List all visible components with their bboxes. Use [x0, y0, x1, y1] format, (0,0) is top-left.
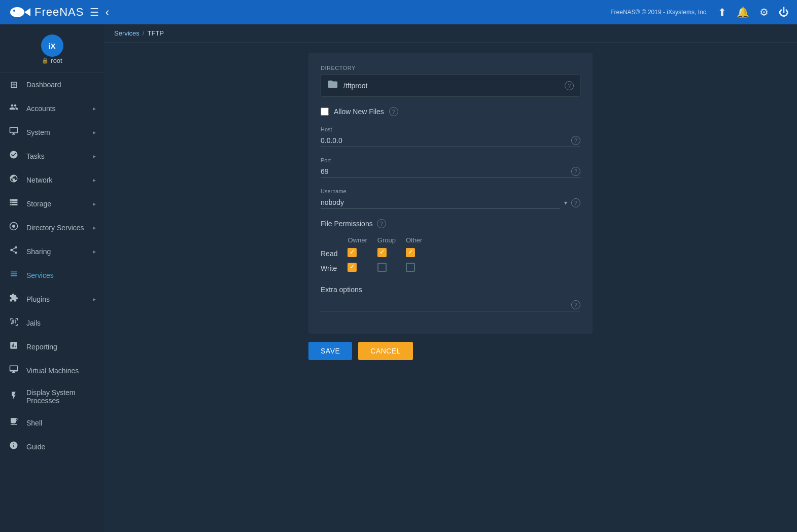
- username-display: 🔒 root: [42, 57, 62, 64]
- sidebar-item-jails[interactable]: Jails: [0, 311, 104, 335]
- sidebar-item-shell[interactable]: Shell: [0, 411, 104, 435]
- extra-options-label[interactable]: Extra options: [321, 286, 580, 294]
- port-label: Port: [321, 157, 580, 163]
- breadcrumb: Services / TFTP: [104, 24, 797, 43]
- write-group-checkbox[interactable]: [377, 263, 387, 272]
- main-content: Services / TFTP Directory ? Allow New Fi…: [104, 24, 797, 532]
- sidebar-item-network[interactable]: Network ▸: [0, 168, 104, 192]
- back-icon[interactable]: ‹: [105, 5, 109, 19]
- power-icon[interactable]: ⏻: [779, 7, 789, 18]
- username-select[interactable]: nobody root www: [321, 196, 560, 209]
- breadcrumb-parent[interactable]: Services: [114, 29, 140, 37]
- sidebar-item-label: Guide: [26, 443, 45, 451]
- sidebar-item-plugins[interactable]: Plugins ▸: [0, 287, 104, 311]
- port-field-group: Port ?: [321, 157, 580, 178]
- table-row: Write: [321, 261, 432, 275]
- chevron-right-icon: ▸: [93, 153, 96, 160]
- virtual-machines-icon: [8, 365, 19, 376]
- sidebar-item-accounts[interactable]: Accounts ▸: [0, 96, 104, 120]
- sidebar-item-guide[interactable]: Guide: [0, 435, 104, 458]
- save-button[interactable]: SAVE: [308, 342, 352, 360]
- host-help-icon[interactable]: ?: [571, 136, 580, 145]
- allow-new-files-help-icon[interactable]: ?: [389, 107, 398, 116]
- system-icon: [8, 126, 19, 138]
- sidebar-item-label: Shell: [26, 419, 42, 427]
- read-other-checkbox[interactable]: [406, 248, 415, 257]
- username-help-icon[interactable]: ?: [571, 198, 580, 207]
- extra-options-help-icon[interactable]: ?: [571, 300, 580, 309]
- write-label: Write: [321, 261, 348, 275]
- extra-input-row: ?: [321, 299, 580, 311]
- read-group-cell: [377, 246, 406, 261]
- sidebar-user: iX 🔒 root: [0, 24, 104, 73]
- app-title: FreeNAS: [34, 6, 84, 19]
- host-field-group: Host ?: [321, 126, 580, 147]
- tasks-icon: [8, 150, 19, 162]
- directory-field-group: Directory ?: [321, 65, 580, 97]
- extra-options-group: Extra options ?: [321, 286, 580, 311]
- sidebar-item-sharing[interactable]: Sharing ▸: [0, 239, 104, 263]
- chevron-right-icon: ▸: [93, 200, 96, 207]
- topbar: FreeNAS ☰ ‹ FreeNAS® © 2019 - iXsystems,…: [0, 0, 797, 24]
- sidebar-item-label: Network: [26, 176, 52, 184]
- sidebar-item-storage[interactable]: Storage ▸: [0, 192, 104, 216]
- read-owner-cell: [348, 246, 377, 261]
- services-icon: [8, 269, 19, 281]
- allow-new-files-checkbox[interactable]: [321, 108, 329, 116]
- sidebar-item-label: Storage: [26, 200, 51, 208]
- directory-input[interactable]: [343, 82, 560, 90]
- sidebar-item-reporting[interactable]: Reporting: [0, 335, 104, 359]
- jails-icon: [8, 317, 19, 329]
- chevron-right-icon: ▸: [93, 129, 96, 136]
- sidebar-item-label: System: [26, 128, 50, 136]
- username-label: Username: [321, 188, 580, 194]
- file-permissions-label: File Permissions: [321, 220, 373, 228]
- topbar-right: FreeNAS® © 2019 - iXsystems, Inc. ⬆ 🔔 ⚙ …: [610, 6, 789, 18]
- accounts-icon: [8, 102, 19, 114]
- settings-icon[interactable]: ⚙: [759, 6, 769, 18]
- sidebar-item-tasks[interactable]: Tasks ▸: [0, 144, 104, 168]
- network-icon: [8, 174, 19, 186]
- sidebar-item-display-system-processes[interactable]: Display System Processes: [0, 382, 104, 411]
- table-row: Read: [321, 246, 432, 261]
- read-group-checkbox[interactable]: [377, 248, 387, 257]
- sidebar-item-system[interactable]: System ▸: [0, 120, 104, 144]
- sidebar-item-dashboard[interactable]: ⊞ Dashboard: [0, 73, 104, 96]
- port-input[interactable]: [321, 165, 580, 178]
- cancel-button[interactable]: CANCEL: [358, 342, 413, 360]
- plugins-icon: [8, 293, 19, 305]
- read-owner-checkbox[interactable]: [348, 248, 357, 257]
- breadcrumb-current: TFTP: [147, 29, 164, 37]
- avatar: iX: [41, 34, 63, 57]
- bell-icon[interactable]: 🔔: [737, 6, 749, 18]
- port-help-icon[interactable]: ?: [571, 167, 580, 176]
- host-input[interactable]: [321, 134, 580, 147]
- file-permissions-label-row: File Permissions ?: [321, 219, 580, 228]
- permissions-table: Owner Group Other Read: [321, 234, 432, 275]
- svg-marker-1: [24, 8, 30, 16]
- sidebar-item-label: Tasks: [26, 152, 45, 160]
- svg-point-0: [10, 7, 24, 17]
- directory-help-icon[interactable]: ?: [565, 81, 574, 90]
- chevron-right-icon: ▸: [93, 105, 96, 112]
- sharing-icon: [8, 245, 19, 257]
- tftp-form-card: Directory ? Allow New Files ? Host: [308, 53, 593, 334]
- extra-options-input[interactable]: [321, 299, 580, 311]
- sidebar-item-directory-services[interactable]: Directory Services ▸: [0, 216, 104, 239]
- upload-icon[interactable]: ⬆: [718, 6, 726, 18]
- username-select-row: nobody root www ▾ ?: [321, 196, 580, 209]
- reporting-icon: [8, 341, 19, 352]
- directory-input-row: ?: [321, 74, 580, 97]
- allow-new-files-row: Allow New Files ?: [321, 107, 580, 116]
- sidebar-item-label: Jails: [26, 319, 41, 327]
- file-permissions-group: File Permissions ? Owner Group Other: [321, 219, 580, 275]
- menu-icon[interactable]: ☰: [90, 6, 99, 18]
- write-other-checkbox[interactable]: [406, 263, 415, 272]
- write-owner-checkbox[interactable]: [348, 263, 357, 272]
- sidebar-item-virtual-machines[interactable]: Virtual Machines: [0, 359, 104, 382]
- chevron-right-icon: ▸: [93, 176, 96, 184]
- file-permissions-help-icon[interactable]: ?: [377, 219, 386, 228]
- sidebar-item-label: Sharing: [26, 247, 51, 256]
- sidebar-item-services[interactable]: Services: [0, 263, 104, 287]
- breadcrumb-separator: /: [143, 29, 145, 37]
